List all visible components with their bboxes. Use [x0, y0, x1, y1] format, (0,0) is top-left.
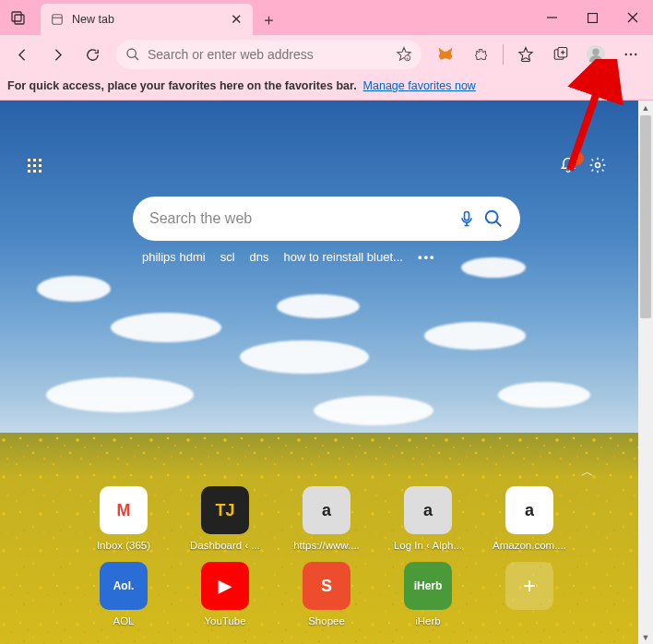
- quick-link-tile[interactable]: ▶YouTube: [188, 562, 262, 626]
- maximize-button[interactable]: [572, 0, 612, 35]
- address-input[interactable]: [148, 47, 388, 62]
- search-submit-icon[interactable]: [483, 209, 504, 229]
- manage-favorites-link[interactable]: Manage favorites now: [363, 79, 476, 92]
- svg-point-21: [635, 54, 636, 55]
- quick-link-tile[interactable]: aLog In ‹ Alph...: [391, 486, 465, 551]
- window-controls: [531, 0, 653, 35]
- trend-link[interactable]: dns: [250, 250, 269, 264]
- vertical-scrollbar[interactable]: ▲ ▼: [638, 101, 653, 644]
- tab-title: New tab: [72, 13, 221, 26]
- tab-close-button[interactable]: ✕: [229, 12, 243, 27]
- tile-icon: Aol.: [100, 562, 148, 610]
- scrollbar-thumb[interactable]: [640, 115, 651, 318]
- add-tile-button[interactable]: +: [493, 562, 566, 626]
- search-icon: [125, 47, 140, 62]
- quick-links: ︿ MInbox (365)TJDashboard ‹ ...ahttps://…: [68, 481, 585, 626]
- extensions-button[interactable]: [464, 39, 497, 70]
- tile-icon: iHerb: [404, 562, 452, 610]
- svg-rect-2: [53, 15, 63, 25]
- minimize-button[interactable]: [531, 0, 572, 35]
- page-settings-button[interactable]: [588, 156, 607, 174]
- quick-link-tile[interactable]: MInbox (365): [87, 486, 160, 551]
- extension-metamask-icon[interactable]: [429, 39, 462, 70]
- close-window-button[interactable]: [612, 0, 653, 35]
- svg-line-9: [135, 56, 138, 60]
- tile-icon: TJ: [201, 486, 249, 534]
- scrollbar-track[interactable]: [638, 115, 653, 630]
- favorites-button[interactable]: [509, 39, 542, 70]
- svg-rect-23: [465, 212, 469, 221]
- collections-button[interactable]: [544, 39, 577, 70]
- favorite-star-icon[interactable]: +: [396, 46, 412, 63]
- tab-favicon-icon: [50, 12, 65, 27]
- tab-actions-button[interactable]: [0, 0, 37, 35]
- web-search-box[interactable]: [133, 197, 520, 241]
- favorites-info-text: For quick access, place your favorites h…: [7, 79, 357, 92]
- new-tab-button[interactable]: ＋: [253, 4, 284, 35]
- trends-more-icon[interactable]: •••: [418, 250, 436, 264]
- scroll-down-button[interactable]: ▼: [638, 630, 653, 644]
- plus-icon: +: [505, 562, 553, 610]
- notification-badge: 7: [570, 151, 584, 165]
- favorites-info-bar: For quick access, place your favorites h…: [0, 74, 653, 101]
- trend-link[interactable]: scl: [220, 250, 235, 264]
- svg-point-22: [596, 163, 600, 168]
- trend-link[interactable]: how to reinstall bluet...: [284, 250, 403, 264]
- tile-icon: a: [303, 486, 350, 534]
- toolbar: +: [0, 35, 653, 74]
- tile-label: Log In ‹ Alph...: [391, 540, 465, 551]
- tile-icon: M: [100, 486, 148, 534]
- ntp-header: 7: [0, 147, 635, 184]
- tile-icon: ▶: [201, 562, 249, 610]
- titlebar: New tab ✕ ＋: [0, 0, 653, 35]
- trend-link[interactable]: philips hdmi: [142, 250, 206, 264]
- notifications-button[interactable]: 7: [559, 156, 577, 174]
- svg-rect-0: [12, 12, 21, 21]
- tile-icon: S: [303, 562, 350, 610]
- quick-link-tile[interactable]: aAmazon.com....: [493, 486, 566, 551]
- tile-label: YouTube: [188, 615, 262, 626]
- quick-link-tile[interactable]: ahttps://www....: [290, 486, 363, 551]
- scroll-up-button[interactable]: ▲: [638, 101, 653, 115]
- svg-point-19: [625, 54, 627, 55]
- svg-point-24: [486, 211, 498, 223]
- voice-search-icon[interactable]: [457, 209, 476, 228]
- separator: [503, 44, 504, 65]
- new-tab-page: 7 philips hdmi scl dns how to reinstall …: [0, 101, 653, 644]
- svg-line-25: [496, 221, 502, 227]
- tile-label: Shopee: [290, 615, 363, 626]
- tile-icon: a: [505, 486, 553, 534]
- svg-rect-5: [588, 13, 597, 22]
- tile-label: https://www....: [290, 540, 363, 551]
- tile-label: iHerb: [391, 615, 465, 626]
- tile-icon: a: [404, 486, 452, 534]
- svg-rect-1: [15, 15, 24, 24]
- quick-link-tile[interactable]: Aol.AOL: [87, 562, 160, 626]
- tile-label: Dashboard ‹ ...: [188, 540, 262, 551]
- tile-label: Amazon.com....: [493, 540, 566, 551]
- settings-menu-button[interactable]: [614, 39, 647, 70]
- quick-link-tile[interactable]: iHerbiHerb: [391, 562, 465, 626]
- apps-grid-icon[interactable]: [28, 159, 42, 173]
- refresh-button[interactable]: [76, 39, 109, 70]
- profile-button[interactable]: [579, 39, 612, 70]
- svg-point-18: [592, 49, 599, 55]
- tile-label: Inbox (365): [87, 540, 160, 551]
- web-search-input[interactable]: [149, 210, 450, 227]
- svg-point-8: [127, 49, 136, 57]
- quick-link-tile[interactable]: TJDashboard ‹ ...: [188, 486, 262, 551]
- tile-label: AOL: [87, 615, 160, 626]
- trending-searches: philips hdmi scl dns how to reinstall bl…: [133, 250, 520, 264]
- forward-button[interactable]: [41, 39, 74, 70]
- browser-tab[interactable]: New tab ✕: [41, 4, 253, 35]
- address-bar[interactable]: +: [116, 40, 421, 69]
- collapse-icon[interactable]: ︿: [581, 464, 594, 481]
- quick-link-tile[interactable]: SShopee: [290, 562, 363, 626]
- svg-point-20: [630, 54, 632, 55]
- svg-text:+: +: [406, 56, 409, 61]
- back-button[interactable]: [6, 39, 39, 70]
